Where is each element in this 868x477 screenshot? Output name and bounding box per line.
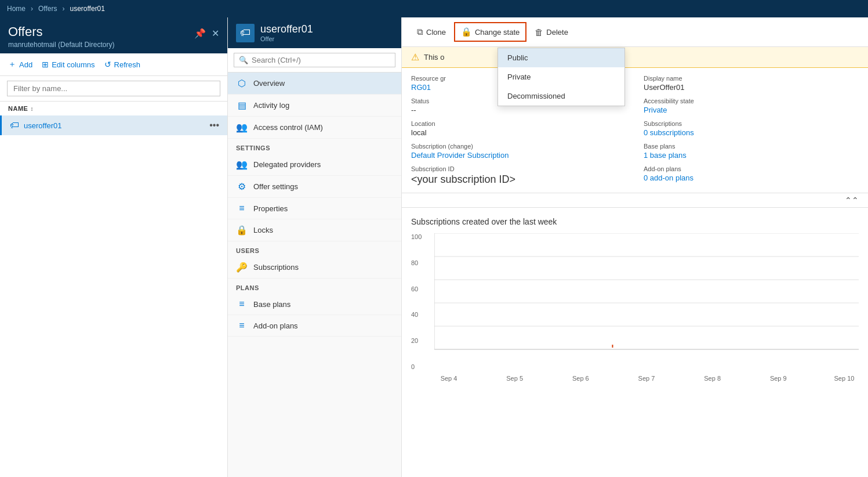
middle-title: useroffer01 [260,23,313,35]
add-label: Add [19,60,32,69]
close-icon[interactable]: ✕ [212,28,219,39]
breadcrumb-offers[interactable]: Offers [38,5,57,13]
offer-name[interactable]: useroffer01 [24,121,62,130]
nav-activity-log[interactable]: ▤ Activity log [228,95,401,117]
subscription-id-label: Subscription ID [411,165,626,172]
nav-overview-label: Overview [253,79,285,88]
filter-box [0,76,227,102]
delete-icon: 🗑 [535,27,543,37]
accessibility-value[interactable]: Private [644,106,859,114]
left-toolbar: ＋ Add ⊞ Edit columns ↺ Refresh [0,53,227,76]
nav-properties[interactable]: ≡ Properties [228,198,401,219]
subscriptions-count-label: Subscriptions [644,120,859,127]
edit-columns-button[interactable]: ⊞ Edit columns [42,60,95,69]
subscriptions-count-value[interactable]: 0 subscriptions [644,128,859,137]
nav-locks-label: Locks [253,226,273,234]
clone-icon: ⧉ [417,27,423,37]
nav-delegated-label: Delegated providers [253,160,321,169]
y-label-20: 20 [411,337,422,344]
search-container: 🔍 [228,48,401,73]
clone-button[interactable]: ⧉ Clone [411,23,452,41]
list-header: NAME ↕ [0,102,227,115]
chart-section: Subscriptions created over the last week… [402,208,868,477]
top-nav: Home › Offers › useroffer01 [0,0,868,17]
activity-log-icon: ▤ [236,100,248,111]
add-button[interactable]: ＋ Add [8,59,32,70]
dropdown-decommissioned[interactable]: Decommissioned [498,86,624,106]
change-state-label: Change state [475,28,520,37]
y-label-0: 0 [411,363,422,370]
change-state-button[interactable]: 🔒 Change state [454,22,526,42]
y-label-100: 100 [411,233,422,240]
accessibility-label: Accessibility state [644,97,859,104]
subscription-item: Subscription (change) Default Provider S… [411,143,626,160]
nav-base-plans[interactable]: ≡ Base plans [228,294,401,315]
addon-plans-label: Add-on plans [644,165,859,172]
addon-plans-value[interactable]: 0 add-on plans [644,174,859,182]
offer-header-icon: 🏷 [236,24,255,42]
delete-button[interactable]: 🗑 Delete [529,24,574,41]
nav-subscriptions-label: Subscriptions [253,263,299,272]
properties-icon: ≡ [236,203,248,214]
nav-base-plans-label: Base plans [253,300,290,309]
subscriptions-icon: 🔑 [236,262,248,273]
pin-icon[interactable]: 📌 [194,28,206,39]
plus-icon: ＋ [8,59,16,70]
left-panel: Offers manrutehotmail (Default Directory… [0,17,228,477]
subscription-id-value: <your subscription ID> [411,174,626,186]
display-name-label: Display name [644,75,859,82]
collapse-button[interactable]: ⌃⌃ [845,196,859,205]
left-panel-title: Offers [8,24,114,39]
subscriptions-count-item: Subscriptions 0 subscriptions [644,120,859,137]
y-label-40: 40 [411,311,422,318]
dropdown-public[interactable]: Public [498,48,624,67]
base-plans-value[interactable]: 1 base plans [644,151,859,160]
nav-access-control[interactable]: 👥 Access control (IAM) [228,117,401,139]
breadcrumb-home[interactable]: Home [7,5,26,13]
middle-subtitle: Offer [260,35,313,42]
nav-offer-settings[interactable]: ⚙ Offer settings [228,176,401,198]
nav-subscriptions[interactable]: 🔑 Subscriptions [228,256,401,279]
addon-plans-item: Add-on plans 0 add-on plans [644,165,859,186]
nav-addon-plans[interactable]: ≡ Add-on plans [228,315,401,337]
location-item: Location local [411,120,626,137]
warning-text: This o [424,53,444,62]
clone-label: Clone [426,28,446,37]
item-menu-icon[interactable]: ••• [209,120,219,131]
columns-icon: ⊞ [42,60,49,69]
subscription-label: Subscription (change) [411,143,626,150]
nav-locks[interactable]: 🔒 Locks [228,219,401,241]
nav-overview[interactable]: ⬡ Overview [228,73,401,95]
base-plans-label: Base plans [644,143,859,150]
search-icon: 🔍 [239,56,248,64]
status-value: -- [411,106,626,114]
base-plans-icon: ≡ [236,299,248,309]
right-panel: ⧉ Clone 🔒 Change state 🗑 Delete Public P… [402,17,868,477]
refresh-button[interactable]: ↺ Refresh [104,60,141,69]
search-input[interactable] [252,56,390,64]
nav-addon-plans-label: Add-on plans [253,321,298,330]
chart-title: Subscriptions created over the last week [411,217,859,226]
access-control-icon: 👥 [236,122,248,133]
y-axis: 0 20 40 60 80 100 [411,233,422,370]
subscription-value[interactable]: Default Provider Subscription [411,151,626,160]
list-header-name: NAME [8,105,28,112]
nav-properties-label: Properties [253,204,288,213]
x-label-sep9: Sep 9 [764,375,793,382]
x-label-sep5: Sep 5 [500,375,529,382]
main-layout: Offers manrutehotmail (Default Directory… [0,17,868,477]
accessibility-item: Accessibility state Private [644,97,859,114]
offer-settings-icon: ⚙ [236,181,248,192]
delete-label: Delete [546,28,568,37]
x-label-sep4: Sep 4 [434,375,463,382]
x-label-sep8: Sep 8 [698,375,727,382]
nav-access-control-label: Access control (IAM) [253,123,323,132]
refresh-label: Refresh [114,60,141,69]
x-label-sep6: Sep 6 [566,375,595,382]
dropdown-private[interactable]: Private [498,67,624,86]
nav-delegated-providers[interactable]: 👥 Delegated providers [228,154,401,176]
list-item[interactable]: 🏷 useroffer01 ••• [0,115,227,135]
warning-banner: ⚠ This o [402,47,868,68]
addon-plans-icon: ≡ [236,320,248,331]
filter-input[interactable] [7,81,220,96]
